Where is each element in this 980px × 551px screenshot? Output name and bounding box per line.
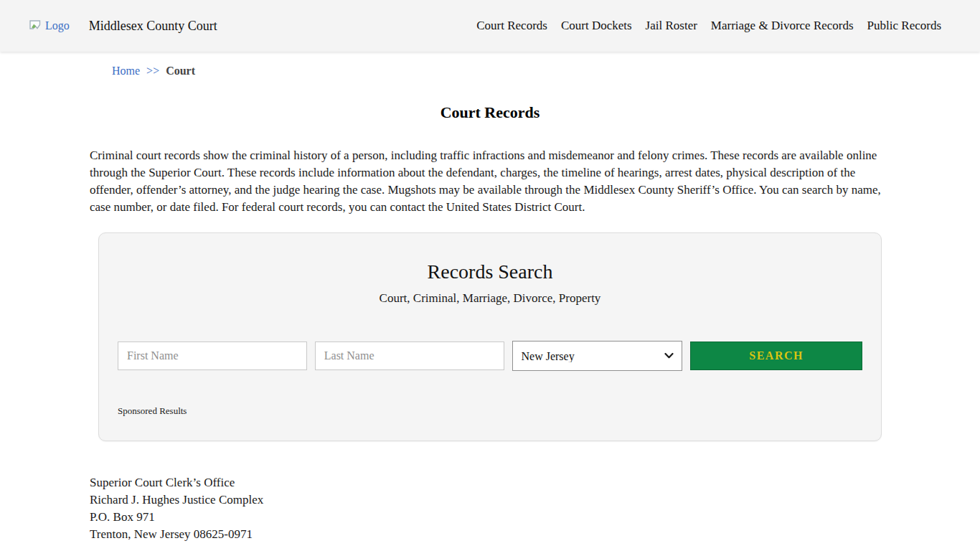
address-line-office: Superior Court Clerk’s Office (90, 474, 980, 491)
breadcrumb-current: Court (166, 65, 195, 77)
header: Logo Middlesex County Court Court Record… (0, 0, 980, 52)
nav-court-dockets[interactable]: Court Dockets (561, 19, 632, 33)
breadcrumb: Home>>Court (112, 65, 980, 77)
sponsored-results-label: Sponsored Results (118, 405, 881, 417)
page-title: Court Records (0, 103, 980, 122)
logo-link[interactable]: Logo (29, 19, 70, 33)
search-button[interactable]: SEARCH (690, 342, 862, 370)
first-name-input[interactable] (118, 342, 307, 370)
search-form-row: New Jersey SEARCH (118, 341, 862, 371)
breadcrumb-home-link[interactable]: Home (112, 65, 140, 77)
state-select-wrap: New Jersey (512, 341, 683, 371)
footer-address: Superior Court Clerk’s Office Richard J.… (90, 474, 980, 543)
site-title: Middlesex County Court (89, 19, 217, 34)
main-nav: Court Records Court Dockets Jail Roster … (476, 19, 941, 33)
brand: Logo Middlesex County Court (29, 19, 217, 34)
records-search-card: Records Search Court, Criminal, Marriage… (98, 232, 882, 441)
nav-marriage-divorce-records[interactable]: Marriage & Divorce Records (711, 19, 854, 33)
address-line-pobox: P.O. Box 971 (90, 509, 980, 526)
address-line-city: Trenton, New Jersey 08625-0971 (90, 526, 980, 543)
breadcrumb-separator: >> (146, 65, 159, 77)
nav-jail-roster[interactable]: Jail Roster (646, 19, 697, 33)
records-search-title: Records Search (99, 260, 881, 283)
last-name-input[interactable] (315, 342, 504, 370)
state-select[interactable]: New Jersey (512, 341, 683, 371)
address-line-complex: Richard J. Hughes Justice Complex (90, 491, 980, 509)
broken-image-icon (29, 19, 43, 33)
intro-paragraph: Criminal court records show the criminal… (90, 147, 882, 216)
records-search-subtitle: Court, Criminal, Marriage, Divorce, Prop… (99, 291, 881, 306)
logo-alt-text: Logo (45, 19, 70, 32)
nav-court-records[interactable]: Court Records (476, 19, 547, 33)
nav-public-records[interactable]: Public Records (867, 19, 941, 33)
